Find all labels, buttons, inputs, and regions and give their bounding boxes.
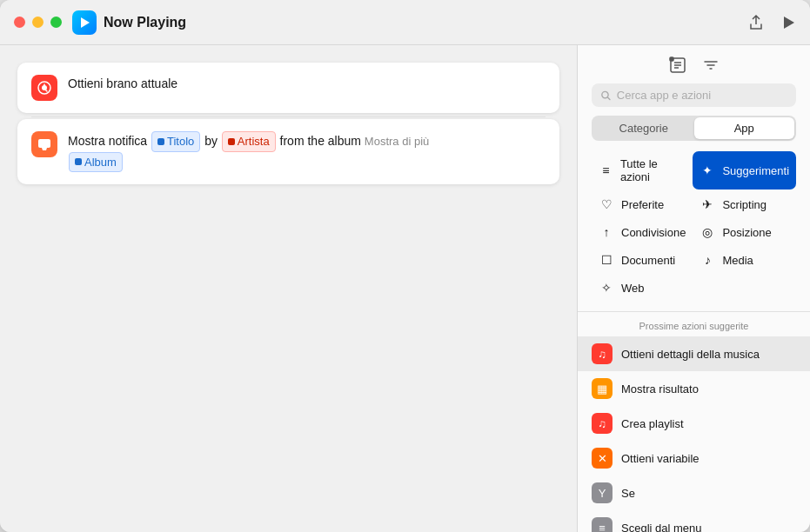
action-card-1[interactable]: Ottieni brano attuale [17,63,559,113]
action-text-1: Ottieni brano attuale [68,75,546,93]
search-input[interactable] [617,89,787,102]
by-text: by [204,134,221,148]
sug-icon-0: ♫ [592,343,613,364]
action-card-2[interactable]: Mostra notifica Titolo by Artista from t… [17,119,559,184]
close-button[interactable] [14,17,25,28]
condivisione-icon: ↑ [599,225,614,239]
token-dot-blue [157,138,164,145]
app-window: Now Playing [0,0,810,532]
action-icon-1 [31,75,57,101]
sug-label-1: Mostra risultato [621,382,699,396]
from-text: from the album [280,134,365,148]
sug-label-5: Scegli dal menu [621,522,702,533]
main-content: Ottieni brano attuale Mostra notifica Ti… [0,45,810,532]
category-preferite[interactable]: ♡ Preferite [592,191,693,217]
svg-marker-0 [81,17,90,28]
titlebar: Now Playing [0,0,810,45]
category-label-preferite: Preferite [621,198,664,211]
suggestion-item-5[interactable]: ≡ Scegli dal menu [578,510,810,532]
sug-icon-4: Y [592,482,613,503]
sug-icon-3: ✕ [592,448,613,469]
posizione-icon: ◎ [700,225,715,239]
svg-rect-6 [670,57,673,61]
category-label-condivisione: Condivisione [621,226,686,239]
category-label-documenti: Documenti [621,254,675,267]
sug-label-0: Ottieni dettagli della musica [621,348,760,361]
right-panel: Categorie App ≡ Tutte le azioni ✦ Sugger… [577,45,810,532]
token-album: Album [69,152,123,173]
token-artista: Artista [222,131,276,152]
right-header: Categorie App [578,45,810,151]
title-area: Now Playing [72,10,747,35]
svg-point-7 [602,91,608,97]
suggestion-item-1[interactable]: ▦ Mostra risultato [578,371,810,406]
categories-grid: ≡ Tutte le azioni ✦ Suggerimenti ♡ Prefe… [578,151,810,301]
category-label-suggerimenti: Suggerimenti [722,164,789,177]
sug-label-2: Crea playlist [621,417,684,430]
left-panel: Ottieni brano attuale Mostra notifica Ti… [0,45,577,532]
category-label-scripting: Scripting [722,198,766,211]
preferite-icon: ♡ [599,197,614,211]
sug-icon-2: ♫ [592,413,613,434]
sug-icon-1: ▦ [592,378,613,399]
scripting-icon: ✈ [700,197,715,211]
traffic-lights [14,17,62,28]
app-icon [72,10,97,35]
action-text-2: Mostra notifica Titolo by Artista from t… [68,131,546,172]
share-icon[interactable] [747,14,765,31]
tab-categorie[interactable]: Categorie [593,117,694,139]
category-label-web: Web [621,282,645,295]
maximize-button[interactable] [50,17,62,28]
category-suggerimenti[interactable]: ✦ Suggerimenti [693,151,796,190]
mostra-notifica-label: Mostra notifica [68,134,147,148]
token-dot-blue-2 [75,158,82,165]
web-icon: ✧ [599,281,614,295]
suggestion-item-3[interactable]: ✕ Ottieni variabile [578,441,810,475]
sug-label-3: Ottieni variabile [621,452,700,465]
library-icon[interactable] [668,56,687,75]
svg-rect-4 [38,139,50,148]
suggerimenti-icon: ✦ [700,163,715,177]
suggestion-item-0[interactable]: ♫ Ottieni dettagli della musica [578,336,810,371]
category-label-tutte: Tutte le azioni [620,157,686,183]
suggestions-section: Prossime azioni suggerite ♫ Ottieni dett… [578,311,810,532]
mostra-di-piu[interactable]: Mostra di più [365,135,429,148]
tab-app[interactable]: App [694,117,795,139]
category-posizione[interactable]: ◎ Posizione [693,219,796,245]
sug-label-4: Se [621,487,635,500]
suggestions-header: Prossime azioni suggerite [578,312,810,336]
suggestion-item-2[interactable]: ♫ Crea playlist [578,406,810,441]
category-condivisione[interactable]: ↑ Condivisione [592,219,693,245]
media-icon: ♪ [700,253,715,267]
category-scripting[interactable]: ✈ Scripting [693,191,796,217]
tutte-icon: ≡ [599,163,613,177]
svg-point-3 [42,85,47,90]
filter-icon[interactable] [701,56,720,75]
documenti-icon: ☐ [599,253,614,267]
category-media[interactable]: ♪ Media [693,247,796,273]
tab-row: Categorie App [592,116,796,141]
suggestion-item-4[interactable]: Y Se [578,475,810,510]
search-bar [592,83,796,107]
right-top-icons [592,56,796,75]
category-tutte[interactable]: ≡ Tutte le azioni [592,151,693,190]
category-label-media: Media [722,254,753,267]
minimize-button[interactable] [32,17,44,28]
divider [31,116,546,117]
token-dot-red [228,138,235,145]
category-label-posizione: Posizione [722,226,771,239]
sug-icon-5: ≡ [592,517,613,532]
titlebar-actions [747,14,796,31]
action-icon-2 [31,131,57,157]
action-label-1: Ottieni brano attuale [68,76,177,90]
svg-marker-1 [784,17,794,29]
category-web[interactable]: ✧ Web [592,275,693,301]
play-icon[interactable] [780,15,796,30]
category-documenti[interactable]: ☐ Documenti [592,247,693,273]
window-title: Now Playing [104,15,186,30]
search-icon [600,90,612,102]
token-titolo: Titolo [151,131,200,152]
